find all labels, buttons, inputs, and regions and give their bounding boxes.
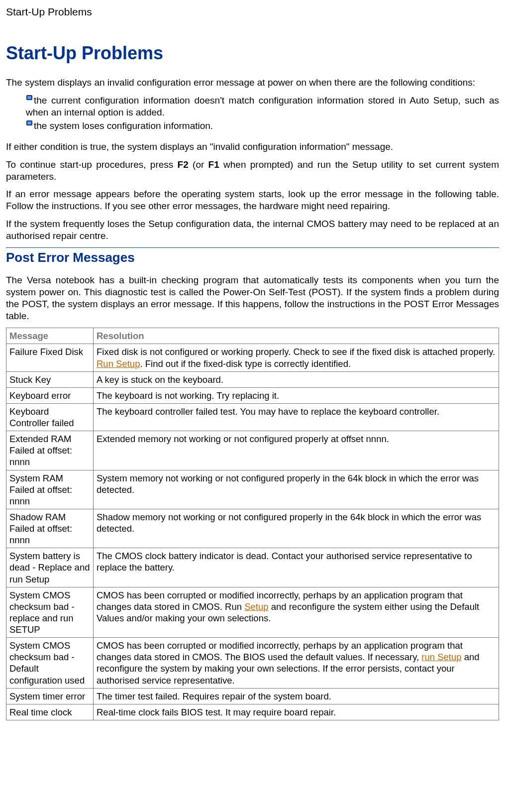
table-row: Keyboard Controller failed The keyboard … bbox=[6, 403, 499, 431]
table-row: System timer error The timer test failed… bbox=[6, 688, 499, 704]
text-fragment: . Find out if the fixed-disk type is cor… bbox=[140, 358, 351, 369]
table-cell-message: Real time clock bbox=[6, 704, 94, 720]
table-row: System CMOS checksum bad - replace and r… bbox=[6, 587, 499, 638]
table-header-row: Message Resolution bbox=[6, 328, 499, 344]
table-row: Keyboard error The keyboard is not worki… bbox=[6, 387, 499, 403]
table-cell-message: Keyboard error bbox=[6, 387, 94, 403]
body-paragraph: If the system frequently loses the Setup… bbox=[6, 218, 499, 242]
list-item-text: the current configuration information do… bbox=[26, 95, 499, 117]
table-row: Extended RAM Failed at offset: nnnn Exte… bbox=[6, 431, 499, 470]
text-fragment: Fixed disk is not configured or working … bbox=[97, 347, 495, 357]
body-paragraph: If an error message appears before the o… bbox=[6, 188, 499, 212]
text-fragment: CMOS has been corrupted or modified inco… bbox=[97, 640, 463, 662]
table-row: System battery is dead - Replace and run… bbox=[6, 548, 499, 587]
body-paragraph: To continue start-up procedures, press F… bbox=[6, 159, 499, 183]
table-row: System CMOS checksum bad - Default confi… bbox=[6, 638, 499, 689]
table-cell-message: System CMOS checksum bad - replace and r… bbox=[6, 587, 94, 638]
text-fragment: (or bbox=[189, 159, 208, 170]
table-row: Stuck Key A key is stuck on the keyboard… bbox=[6, 371, 499, 387]
intro-paragraph: The system displays an invalid configura… bbox=[6, 77, 499, 89]
run-setup-link[interactable]: run Setup bbox=[421, 652, 461, 662]
table-cell-message: System RAM Failed at offset: nnnn bbox=[6, 470, 94, 509]
table-cell-message: Failure Fixed Disk bbox=[6, 344, 94, 371]
list-item: the current configuration information do… bbox=[26, 95, 499, 118]
body-paragraph: The Versa notebook has a built-in checki… bbox=[6, 274, 499, 322]
table-row: System RAM Failed at offset: nnnn System… bbox=[6, 470, 499, 509]
table-cell-message: System CMOS checksum bad - Default confi… bbox=[6, 638, 94, 689]
table-cell-resolution: Extended memory not working or not confi… bbox=[94, 431, 499, 470]
section-heading-post-error-messages: Post Error Messages bbox=[6, 247, 499, 265]
main-title: Start-Up Problems bbox=[6, 43, 499, 64]
table-cell-message: System timer error bbox=[6, 688, 94, 704]
table-row: Failure Fixed Disk Fixed disk is not con… bbox=[6, 344, 499, 371]
table-cell-message: Stuck Key bbox=[6, 371, 94, 387]
table-row: Shadow RAM Failed at offset: nnnn Shadow… bbox=[6, 509, 499, 548]
table-header-resolution: Resolution bbox=[94, 328, 499, 344]
table-cell-message: Extended RAM Failed at offset: nnnn bbox=[6, 431, 94, 470]
body-paragraph: If either condition is true, the system … bbox=[6, 141, 499, 153]
setup-link[interactable]: Setup bbox=[244, 601, 268, 612]
svg-rect-3 bbox=[27, 121, 31, 124]
bullet-list: the current configuration information do… bbox=[6, 95, 499, 132]
document-header: Start-Up Problems bbox=[6, 6, 499, 18]
run-setup-link[interactable]: Run Setup bbox=[97, 358, 140, 369]
table-cell-message: System battery is dead - Replace and run… bbox=[6, 548, 94, 587]
table-cell-resolution: The keyboard is not working. Try replaci… bbox=[94, 387, 499, 403]
table-cell-resolution: Shadow memory not working or not configu… bbox=[94, 509, 499, 548]
table-cell-resolution: System memory not working or not configu… bbox=[94, 470, 499, 509]
svg-rect-1 bbox=[27, 96, 31, 99]
table-cell-message: Shadow RAM Failed at offset: nnnn bbox=[6, 509, 94, 548]
table-cell-resolution: The CMOS clock battery indicator is dead… bbox=[94, 548, 499, 587]
list-item: the system loses configuration informati… bbox=[26, 120, 499, 132]
table-cell-resolution: Fixed disk is not configured or working … bbox=[94, 344, 499, 371]
list-item-text: the system loses configuration informati… bbox=[34, 120, 213, 131]
bullet-icon bbox=[26, 120, 34, 127]
table-cell-resolution: Real-time clock fails BIOS test. It may … bbox=[94, 704, 499, 720]
key-label-f2: F2 bbox=[178, 159, 189, 170]
key-label-f1: F1 bbox=[208, 159, 219, 170]
text-fragment: To continue start-up procedures, press bbox=[6, 159, 178, 170]
post-error-messages-table: Message Resolution Failure Fixed Disk Fi… bbox=[6, 328, 499, 720]
table-header-message: Message bbox=[6, 328, 94, 344]
table-cell-message: Keyboard Controller failed bbox=[6, 403, 94, 431]
table-cell-resolution: CMOS has been corrupted or modified inco… bbox=[94, 587, 499, 638]
table-row: Real time clock Real-time clock fails BI… bbox=[6, 704, 499, 720]
table-cell-resolution: A key is stuck on the keyboard. bbox=[94, 371, 499, 387]
table-cell-resolution: The timer test failed. Requires repair o… bbox=[94, 688, 499, 704]
table-cell-resolution: The keyboard controller failed test. You… bbox=[94, 403, 499, 431]
bullet-icon bbox=[26, 95, 34, 102]
table-cell-resolution: CMOS has been corrupted or modified inco… bbox=[94, 638, 499, 689]
